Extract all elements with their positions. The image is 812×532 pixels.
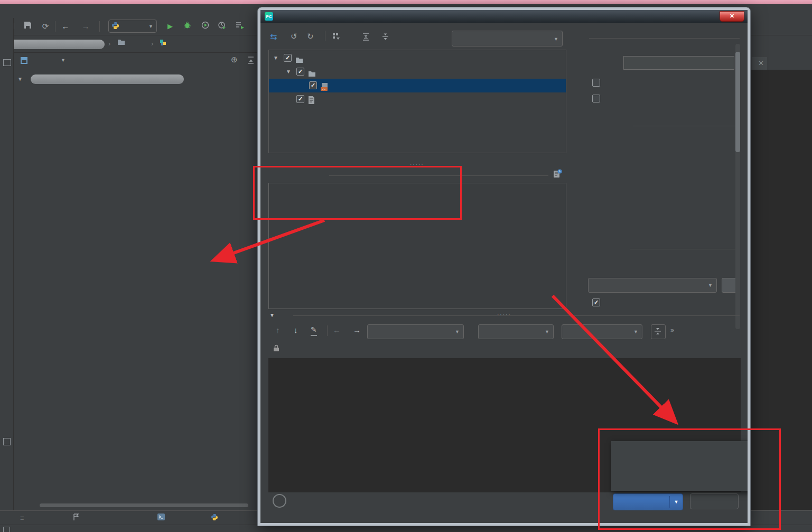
profiler-icon[interactable] [216,20,228,33]
annotation-box-commit-message [253,166,462,220]
whitespace-select[interactable]: ▼ [478,324,554,339]
workspace-checkbox[interactable]: ✓ [309,81,317,89]
chevrons-icon[interactable]: » [670,326,674,334]
debug-icon[interactable] [181,20,193,33]
upload-server-select[interactable]: ▼ [588,278,717,293]
root-checkbox[interactable]: ✓ [284,54,292,62]
event-log-icon[interactable] [3,527,10,532]
breadcrumb: › › [0,35,258,53]
close-icon[interactable]: ✕ [758,59,764,67]
grid-icon [3,438,11,445]
tree-row-workspace[interactable]: ✓ <> [269,79,566,92]
editor-tab-case[interactable]: ✕ [752,57,767,70]
back-icon[interactable]: ← [59,20,72,33]
tree-row-gitpush[interactable]: ✓ [269,92,566,106]
locate-icon[interactable]: ⊕ [231,55,238,64]
changed-files-tree: ▼ ✓ ▼ ✓ ✓ [268,50,566,153]
terminal-icon [157,513,165,524]
project-view-icon [20,57,28,66]
author-input[interactable] [623,56,734,70]
terminal-button[interactable] [157,513,168,524]
project-root-row[interactable]: ▼ [13,72,258,86]
changelist-select[interactable]: ▼ [452,31,563,46]
project-tool-icon [3,59,11,66]
rollback-icon[interactable]: ↺ [291,32,297,41]
diff-section-toggle[interactable]: ▼ [269,311,275,319]
edit-source-icon[interactable]: ✎ [311,325,317,336]
pycharm-logo-icon: PC [265,12,273,21]
editor-tab-bar: ✕ [750,55,812,70]
lock-icon [273,344,279,353]
pycharm-window: ⟳ ← → ▼ ▶ › › [0,0,812,532]
chevron-down-icon[interactable]: ▼ [61,58,66,63]
panel-scrollbar[interactable] [735,44,740,329]
tool-window-stripe: ★ [0,18,14,525]
run-icon[interactable]: ▶ [164,20,176,33]
dialog-close-button[interactable]: ✕ [720,11,744,22]
tree-horizontal-scrollbar[interactable] [40,503,248,507]
prev-difference-icon[interactable]: ↑ [276,325,280,334]
python-console-button[interactable] [211,513,221,524]
version-control-button[interactable] [73,513,82,524]
text-file-icon [308,95,315,109]
annotation-box-commit-buttons [598,428,781,530]
sync-icon[interactable]: ⟳ [39,20,52,33]
svg-text:<>: <> [322,87,326,91]
highlight-mode-select[interactable]: ▼ [562,324,642,339]
viewer-mode-select[interactable]: ▼ [367,324,464,339]
help-button[interactable] [273,494,286,508]
run-configuration-select[interactable]: ▼ [108,20,157,33]
project-tree: ▼ [13,70,258,503]
top-strip [0,0,812,4]
show-diff-icon[interactable]: ⇆ [270,32,277,42]
collapse-unchanged-icon[interactable] [651,324,666,339]
list-icon: ≡ [20,513,24,524]
collapse-all-icon[interactable] [247,57,255,66]
next-change-icon[interactable]: → [353,325,361,334]
dialog-title-bar[interactable]: PC ✕ [260,10,748,23]
redacted-root-name [31,74,184,84]
refresh-icon[interactable]: ↻ [307,32,314,41]
todo-button[interactable]: ≡ [20,513,27,524]
diff-splitter-handle[interactable]: ····· [497,312,511,318]
folder-icon [117,39,125,47]
idea-checkbox[interactable]: ✓ [296,68,304,76]
amend-commit-checkbox[interactable]: ✓ [592,79,600,87]
next-difference-icon[interactable]: ↓ [294,325,298,334]
message-history-icon[interactable] [553,169,562,180]
run-list-icon[interactable] [234,20,246,33]
forward-icon[interactable]: → [79,20,92,33]
flag-icon [73,513,79,524]
always-use-server-checkbox[interactable]: ✓ [592,298,600,306]
python-icon [211,513,218,524]
tree-row-root[interactable]: ▼ ✓ [269,51,566,65]
gitpush-checkbox[interactable]: ✓ [296,95,304,103]
run-with-coverage-icon[interactable] [199,20,211,33]
project-panel-header: ▼ ⊕ [13,53,258,69]
collapse-all-icon[interactable] [381,33,389,42]
python-logo-icon [112,22,119,31]
group-by-icon[interactable] [332,33,341,42]
conf-file-icon [160,39,166,48]
prev-change-icon[interactable]: ← [333,325,341,334]
tree-row-idea[interactable]: ▼ ✓ [269,65,566,79]
redacted-project-name [4,40,105,49]
chevron-down-icon: ▼ [148,24,153,29]
expand-all-icon[interactable] [362,33,370,42]
signoff-commit-checkbox[interactable]: ✓ [592,95,600,102]
save-icon[interactable] [21,20,34,33]
